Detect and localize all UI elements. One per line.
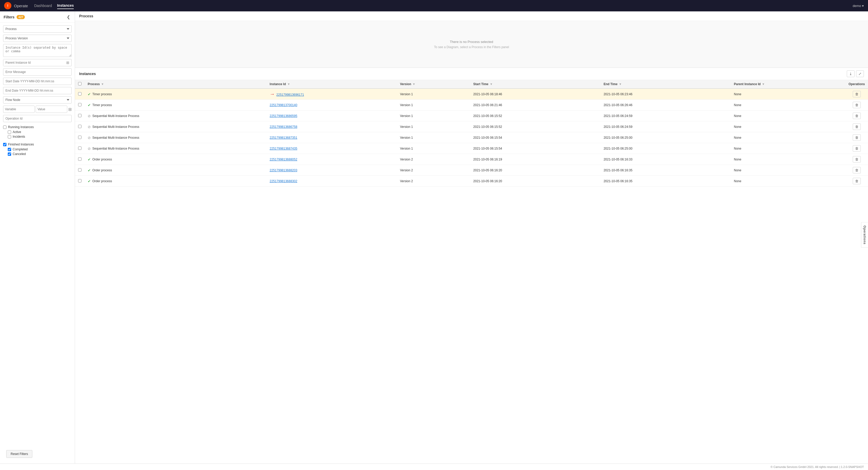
row-checkbox[interactable]	[78, 179, 82, 182]
end-time-cell: 2021-10-05 06:16:35	[600, 165, 731, 176]
row-checkbox[interactable]	[78, 92, 82, 95]
table-row: ✔ Order process 2251799813688203 Version…	[75, 165, 868, 176]
operations-cell: 🗑	[845, 111, 868, 121]
col-end-time[interactable]: End Time ▾	[600, 80, 731, 89]
col-process[interactable]: Process ▾	[85, 80, 267, 89]
row-checkbox[interactable]	[78, 136, 82, 139]
instance-id-link[interactable]: 2251799813688052	[270, 157, 298, 161]
operations-cell: 🗑	[845, 143, 868, 154]
value-input[interactable]	[36, 106, 67, 113]
variable-input[interactable]	[3, 106, 35, 113]
process-name: Sequential Multi-Instance Process	[92, 114, 139, 118]
parent-instance-id-input[interactable]	[3, 59, 64, 66]
user-menu[interactable]: demo ▾	[853, 4, 864, 8]
col-start-time[interactable]: Start Time ▾	[470, 80, 600, 89]
instance-id-link[interactable]: 2251799813696171	[277, 93, 304, 96]
start-time-cell: 2021-10-05 06:15:52	[470, 121, 600, 132]
row-checkbox[interactable]	[78, 103, 82, 106]
select-all-checkbox[interactable]	[78, 82, 82, 85]
delete-button[interactable]: 🗑	[853, 178, 861, 184]
delete-button[interactable]: 🗑	[853, 134, 861, 141]
operation-id-input[interactable]	[3, 115, 72, 122]
process-version-select[interactable]: Process Version	[3, 35, 72, 42]
running-instances-checkbox[interactable]	[3, 125, 6, 129]
delete-button[interactable]: 🗑	[853, 145, 861, 152]
instance-ids-input[interactable]	[3, 44, 72, 57]
no-process-line1: There is no Process selected	[450, 40, 493, 44]
table-row: ⊘ Sequential Multi-Instance Process 2251…	[75, 143, 868, 154]
col-parent-instance[interactable]: Parent Instance Id ▾	[731, 80, 845, 89]
table-icon[interactable]: ⊞	[64, 60, 71, 66]
end-time-cell: 2021-10-05 06:26:46	[600, 100, 731, 111]
start-time-cell: 2021-10-05 06:15:54	[470, 143, 600, 154]
parent-instance-id-row: ⊞	[3, 59, 72, 66]
incidents-item: Incidents	[8, 135, 72, 139]
status-done-icon: ✔	[88, 168, 91, 172]
instance-id-cell: 2251799813687435	[267, 143, 397, 154]
start-time-cell: 2021-10-05 06:16:20	[470, 176, 600, 186]
instances-table-wrap: Process ▾ Instance Id ▾ Version ▾	[75, 80, 868, 464]
instance-id-cell: 2251799813700140	[267, 100, 397, 111]
operations-tab[interactable]: Operations	[861, 222, 868, 248]
instance-id-link[interactable]: 2251799813686595	[270, 114, 298, 118]
instance-id-link[interactable]: 2251799813688203	[270, 169, 298, 172]
delete-button[interactable]: 🗑	[853, 113, 861, 119]
parent-instance-cell: None	[731, 132, 845, 143]
version-cell: Version 1	[397, 143, 470, 154]
row-checkbox[interactable]	[78, 114, 82, 117]
nav-dashboard[interactable]: Dashboard	[34, 3, 52, 9]
status-done-icon: ✔	[88, 157, 91, 161]
sidebar-collapse-button[interactable]: ❮	[66, 14, 71, 20]
end-date-input[interactable]	[3, 87, 72, 94]
table-row: ✔ Timer process 2251799813700140 Version…	[75, 100, 868, 111]
process-cell: ⊘ Sequential Multi-Instance Process	[85, 143, 267, 154]
active-item: Active	[8, 130, 72, 134]
completed-item: Completed	[8, 148, 72, 151]
row-checkbox[interactable]	[78, 157, 82, 161]
process-cell: ⊘ Sequential Multi-Instance Process	[85, 132, 267, 143]
process-name: Timer process	[92, 103, 112, 107]
version-cell: Version 1	[397, 100, 470, 111]
operations-cell: 🗑	[845, 100, 868, 111]
col-instance-id[interactable]: Instance Id ▾	[267, 80, 397, 89]
delete-button[interactable]: 🗑	[853, 91, 861, 97]
finished-instances-checkbox[interactable]	[3, 143, 6, 146]
reset-filters-button[interactable]: Reset Filters	[6, 450, 32, 458]
end-time-cell: 2021-10-05 06:23:46	[600, 89, 731, 100]
row-checkbox[interactable]	[78, 125, 82, 128]
completed-checkbox[interactable]	[8, 148, 11, 151]
instance-id-cell: →2251799813696171	[267, 89, 397, 100]
collapse-table-button[interactable]: ⤓	[847, 70, 855, 77]
active-checkbox[interactable]	[8, 130, 11, 134]
delete-button[interactable]: 🗑	[853, 102, 861, 108]
instance-id-link[interactable]: 2251799813687435	[270, 147, 298, 150]
instance-id-link[interactable]: 2251799813688302	[270, 179, 298, 183]
expand-table-button[interactable]: ⤢	[856, 70, 864, 77]
instance-id-link[interactable]: 2251799813687351	[270, 136, 298, 140]
operations-cell: 🗑	[845, 165, 868, 176]
status-done-icon: ✔	[88, 179, 91, 183]
incidents-checkbox[interactable]	[8, 135, 11, 139]
flow-node-select[interactable]: Flow Node	[3, 96, 72, 104]
instance-id-link[interactable]: 2251799813700140	[270, 103, 298, 107]
nav-instances[interactable]: Instances	[57, 2, 74, 9]
row-checkbox[interactable]	[78, 146, 82, 150]
instance-id-link[interactable]: 2251799813686758	[270, 125, 298, 129]
col-version[interactable]: Version ▾	[397, 80, 470, 89]
delete-button[interactable]: 🗑	[853, 156, 861, 163]
process-select[interactable]: Process	[3, 25, 72, 33]
process-name: Order process	[92, 179, 112, 183]
row-checkbox-cell	[75, 111, 85, 121]
start-time-cell: 2021-10-05 06:21:46	[470, 100, 600, 111]
row-checkbox[interactable]	[78, 168, 82, 172]
start-date-input[interactable]	[3, 78, 72, 85]
filters-title: Filters	[4, 15, 14, 19]
footer: © Camunda Services GmbH 2021. All rights…	[0, 464, 868, 470]
delete-button[interactable]: 🗑	[853, 123, 861, 130]
error-message-input[interactable]	[3, 68, 72, 76]
add-variable-icon[interactable]: ⊞	[68, 107, 72, 112]
delete-button[interactable]: 🗑	[853, 167, 861, 173]
filters-sidebar: Filters 427 ❮ Process Process Version ⊞ …	[0, 11, 75, 464]
canceled-checkbox[interactable]	[8, 152, 11, 156]
running-instances-group: Running Instances Active Incidents	[3, 124, 72, 140]
